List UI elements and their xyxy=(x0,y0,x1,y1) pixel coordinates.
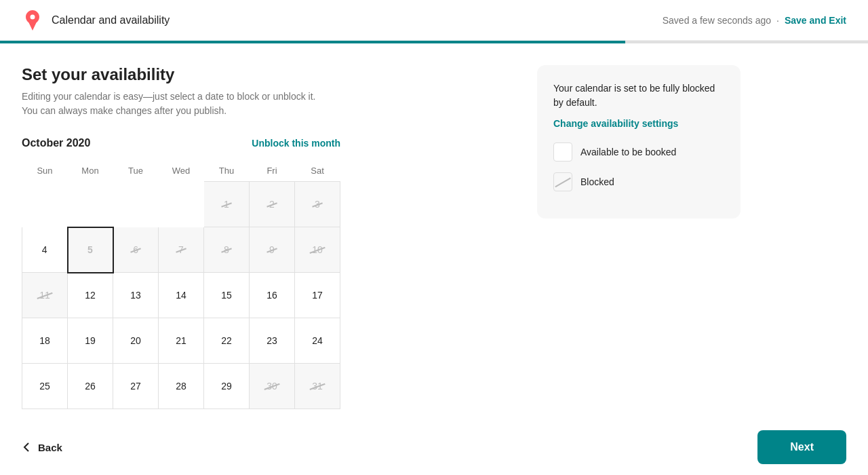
unblock-month-button[interactable]: Unblock this month xyxy=(252,138,340,149)
calendar-header: October 2020 Unblock this month xyxy=(22,137,340,149)
saved-status: Saved a few seconds ago xyxy=(663,15,771,26)
calendar-day[interactable]: 23 xyxy=(250,318,295,364)
calendar-week-row: 123 xyxy=(22,182,340,227)
calendar-day[interactable]: 19 xyxy=(68,318,113,364)
day-number: 14 xyxy=(176,290,186,301)
day-of-week-header: Tue xyxy=(113,160,159,182)
legend-item-available: Available to be booked xyxy=(553,142,724,162)
calendar-day[interactable]: 1 xyxy=(204,182,250,227)
calendar-month: October 2020 xyxy=(22,137,90,149)
calendar-day[interactable]: 30 xyxy=(250,364,295,409)
page-subtitle: Editing your calendar is easy—just selec… xyxy=(22,90,334,118)
day-number: 8 xyxy=(224,244,229,255)
day-number: 21 xyxy=(176,335,186,346)
calendar-week-row: 45678910 xyxy=(22,227,340,273)
calendar-day[interactable]: 28 xyxy=(159,364,204,409)
day-number: 6 xyxy=(133,244,138,255)
main-content: Set your availability Editing your calen… xyxy=(0,43,868,472)
info-card-text: Your calendar is set to be fully blocked… xyxy=(553,81,724,110)
calendar-week-row: 25262728293031 xyxy=(22,364,340,409)
left-section: Set your availability Editing your calen… xyxy=(22,65,510,472)
calendar-day xyxy=(113,182,159,227)
day-number: 26 xyxy=(85,381,96,392)
calendar-day[interactable]: 20 xyxy=(113,318,159,364)
day-number: 31 xyxy=(312,381,323,392)
calendar-day[interactable]: 15 xyxy=(204,273,250,318)
day-number: 7 xyxy=(178,244,184,255)
day-number: 24 xyxy=(312,335,323,346)
calendar-day[interactable]: 25 xyxy=(22,364,68,409)
chevron-left-icon xyxy=(22,442,33,453)
day-number: 22 xyxy=(221,335,232,346)
calendar-day xyxy=(159,182,204,227)
day-number: 15 xyxy=(221,290,232,301)
day-number: 20 xyxy=(130,335,141,346)
day-of-week-header: Wed xyxy=(159,160,204,182)
save-exit-button[interactable]: Save and Exit xyxy=(785,15,846,26)
legend-item-blocked: Blocked xyxy=(553,172,724,191)
day-number: 23 xyxy=(267,335,277,346)
bottom-nav: Back Next xyxy=(0,419,868,475)
calendar-day[interactable]: 7 xyxy=(159,227,204,273)
calendar-day xyxy=(68,182,113,227)
calendar-container: October 2020 Unblock this month SunMonTu… xyxy=(22,137,340,409)
header-left: Calendar and availability xyxy=(22,10,170,31)
legend-icon-blocked xyxy=(553,172,572,191)
calendar-day[interactable]: 11 xyxy=(22,273,68,318)
info-card: Your calendar is set to be fully blocked… xyxy=(537,65,741,218)
day-number: 18 xyxy=(39,335,50,346)
calendar-day[interactable]: 16 xyxy=(250,273,295,318)
day-number: 13 xyxy=(130,290,141,301)
day-number: 11 xyxy=(39,290,50,301)
calendar-day[interactable]: 27 xyxy=(113,364,159,409)
back-button[interactable]: Back xyxy=(22,442,62,453)
header-title: Calendar and availability xyxy=(52,14,170,26)
calendar-day[interactable]: 5 xyxy=(68,227,113,273)
calendar-day[interactable]: 22 xyxy=(204,318,250,364)
calendar-day[interactable]: 3 xyxy=(295,182,340,227)
day-number: 2 xyxy=(269,199,275,210)
calendar-day[interactable]: 26 xyxy=(68,364,113,409)
day-number: 1 xyxy=(224,199,229,210)
change-settings-link[interactable]: Change availability settings xyxy=(553,118,724,129)
dot-separator: · xyxy=(776,15,779,26)
page-title: Set your availability xyxy=(22,65,510,84)
calendar-day[interactable]: 10 xyxy=(295,227,340,273)
day-number: 17 xyxy=(312,290,323,301)
calendar-day[interactable]: 9 xyxy=(250,227,295,273)
calendar-day[interactable]: 6 xyxy=(113,227,159,273)
header-right: Saved a few seconds ago · Save and Exit xyxy=(663,15,846,26)
calendar-day[interactable]: 29 xyxy=(204,364,250,409)
calendar-grid: SunMonTueWedThuFriSat 123456789101112131… xyxy=(22,160,340,409)
right-panel: Your calendar is set to be fully blocked… xyxy=(537,65,741,472)
day-number: 4 xyxy=(42,244,47,255)
calendar-day[interactable]: 18 xyxy=(22,318,68,364)
back-label: Back xyxy=(38,442,62,453)
day-number: 10 xyxy=(312,244,323,255)
legend-label-available: Available to be booked xyxy=(580,147,676,157)
day-number: 28 xyxy=(176,381,186,392)
day-of-week-header: Sat xyxy=(295,160,340,182)
calendar-day[interactable]: 4 xyxy=(22,227,68,273)
calendar-day xyxy=(22,182,68,227)
day-number: 29 xyxy=(221,381,232,392)
legend-label-blocked: Blocked xyxy=(580,176,614,187)
day-of-week-header: Sun xyxy=(22,160,68,182)
day-number: 3 xyxy=(315,199,320,210)
legend-icon-available xyxy=(553,142,572,162)
calendar-day[interactable]: 8 xyxy=(204,227,250,273)
day-of-week-header: Fri xyxy=(250,160,295,182)
calendar-day[interactable]: 24 xyxy=(295,318,340,364)
calendar-day[interactable]: 31 xyxy=(295,364,340,409)
day-number: 9 xyxy=(269,244,275,255)
calendar-day[interactable]: 14 xyxy=(159,273,204,318)
calendar-day[interactable]: 17 xyxy=(295,273,340,318)
header: Calendar and availability Saved a few se… xyxy=(0,0,868,41)
calendar-day[interactable]: 12 xyxy=(68,273,113,318)
next-button[interactable]: Next xyxy=(757,430,846,464)
calendar-day[interactable]: 21 xyxy=(159,318,204,364)
day-number: 30 xyxy=(267,381,277,392)
calendar-day[interactable]: 2 xyxy=(250,182,295,227)
calendar-day[interactable]: 13 xyxy=(113,273,159,318)
airbnb-logo xyxy=(22,10,43,31)
